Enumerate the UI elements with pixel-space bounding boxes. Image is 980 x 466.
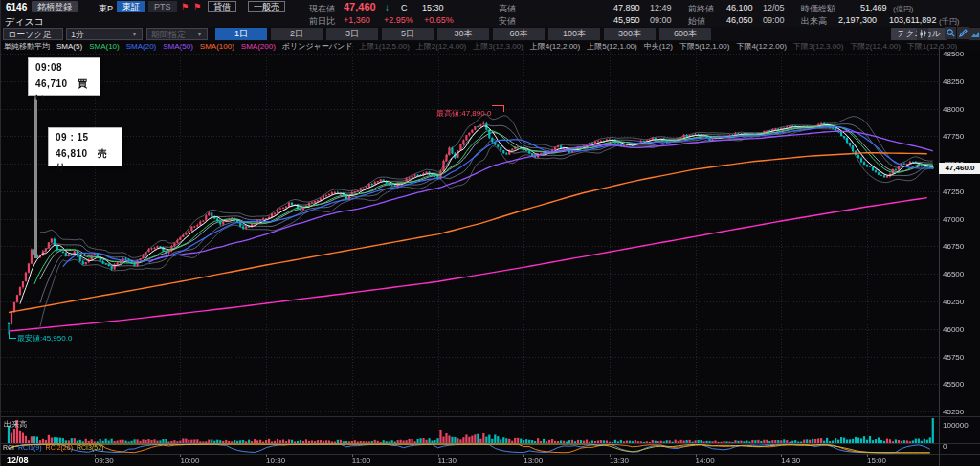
trading-app-window: 6146 銘柄登録 東P 東証 PTS ⚑ ⚑ 貸借 一般売 ディスコ 現在値 … (0, 0, 980, 466)
current-price-value: 47,460 (344, 1, 376, 12)
y-axis-label: 46250 (943, 298, 964, 306)
range-button-300本[interactable]: 300本 (604, 28, 656, 40)
sell-price-action: 46,810 売り (56, 147, 115, 174)
x-axis-label: 11:00 (352, 456, 370, 465)
volume-pane-title: 出来高 (4, 419, 27, 430)
turnover-value: 103,611,892 (889, 15, 936, 25)
prev-close-label: 前終値 (688, 3, 714, 15)
sell-time: 09 : 15 (56, 132, 115, 143)
area-chart-icon[interactable] (969, 28, 980, 40)
general-sell-button[interactable]: 一般売 (248, 1, 285, 12)
x-axis-label: 09:30 (95, 456, 114, 465)
change-value: +1,360 (344, 15, 370, 25)
y-axis-label: 47750 (943, 132, 964, 141)
rci-pane-labels: RCIRCI1(9)RCI2(26)RCI3(52) (3, 444, 103, 451)
low-value: 45,950 (613, 15, 640, 25)
range-button-group: 1日2日3日5日30本60本100本300本600本 (1, 28, 728, 40)
chart-toolbar: ローソク足▼ 1分▼ 期間指定▼ 1日2日3日5日30本60本100本300本6… (1, 27, 980, 41)
tick-direction-arrow: ↓ (385, 2, 390, 12)
range-button-2日[interactable]: 2日 (271, 28, 323, 40)
x-axis-label: 14:00 (696, 456, 715, 465)
open-time: 09:00 (763, 15, 785, 25)
register-stock-button[interactable]: 銘柄登録 (32, 1, 78, 12)
current-time: 15:30 (422, 3, 444, 12)
low-time: 09:00 (650, 15, 672, 25)
tab-tse[interactable]: 東証 (117, 1, 145, 12)
sell-annotation: 09 : 15 46,810 売り (48, 127, 122, 166)
date-label: 12/08 (7, 455, 29, 465)
y-axis-label: 48000 (943, 105, 964, 114)
y-axis-label: 45500 (943, 380, 964, 388)
high-label: 高値 (499, 3, 516, 15)
range-button-60本[interactable]: 60本 (493, 28, 545, 40)
change-percent-2: +0.65% (424, 15, 454, 25)
y-axis-label: 47000 (943, 215, 964, 224)
tab-pts[interactable]: PTS (148, 1, 177, 12)
session-high-mark: 最高値:47,890.0 (436, 105, 504, 119)
range-button-5日[interactable]: 5日 (382, 28, 434, 40)
range-button-600本[interactable]: 600本 (659, 28, 711, 40)
rci-label-RCI3(52): RCI3(52) (77, 444, 103, 451)
turnover-unit: (千円) (939, 16, 959, 27)
buy-price-action: 46,710 買い (35, 78, 93, 104)
range-button-30本[interactable]: 30本 (437, 28, 489, 40)
alert-bell-icon[interactable]: ⚑ (193, 2, 201, 11)
session-low-mark: 最安値:45,950.0 (9, 332, 72, 344)
market-cap-value: 51,469 (860, 3, 887, 12)
x-axis-label: 13:30 (610, 456, 629, 465)
open-value: 46,050 (726, 15, 753, 25)
y-axis-label: 48250 (943, 78, 964, 86)
y-axis-label: 46750 (943, 242, 964, 251)
buy-time: 09:08 (35, 62, 93, 73)
change-percent: +2.95% (384, 15, 413, 25)
x-axis-label: 15:00 (867, 456, 886, 465)
low-mark-pointer (9, 332, 16, 339)
market-cap-label: 時価総額 (801, 3, 835, 15)
y-axis-label: 48500 (943, 50, 964, 58)
x-axis-label: 10:30 (266, 456, 285, 465)
x-axis-label: 10:00 (180, 456, 199, 465)
current-price-tag: 47,460.0 (939, 163, 980, 174)
volume-value: 2,197,300 (838, 15, 877, 25)
volume-axis-min-label: 0 (943, 442, 947, 451)
prev-close-date: 12/05 (763, 3, 785, 12)
buy-annotation: 09:08 46,710 買い (28, 57, 100, 96)
y-axis-label: 45750 (943, 353, 964, 362)
high-mark-pointer (492, 105, 504, 112)
y-axis-label: 46500 (943, 270, 964, 278)
rci-label-RCI: RCI (3, 444, 14, 451)
market-cap-unit: (億円) (893, 4, 913, 14)
flag-icon[interactable]: ⚑ (181, 2, 189, 11)
candlestick-chart-icon[interactable] (917, 28, 928, 40)
stock-code: 6146 (6, 2, 27, 12)
close-flag: C (401, 3, 408, 12)
draw-pencil-icon[interactable] (957, 27, 969, 39)
range-button-100本[interactable]: 100本 (548, 28, 600, 40)
y-axis-label: 47250 (943, 188, 964, 196)
rci-label-RCI1(9): RCI1(9) (18, 444, 42, 451)
x-axis-label: 14:30 (781, 456, 800, 465)
x-axis-label: 13:00 (523, 456, 543, 465)
current-price-label: 現在値 (309, 3, 335, 15)
market-segment-label: 東P (99, 3, 113, 15)
buy-annotation-pointer-line (34, 94, 37, 258)
range-button-3日[interactable]: 3日 (326, 28, 378, 40)
rci-label-RCI2(26): RCI2(26) (46, 444, 73, 451)
margin-button[interactable]: 貸借 (208, 1, 236, 12)
quote-header: 6146 銘柄登録 東P 東証 PTS ⚑ ⚑ 貸借 一般売 ディスコ 現在値 … (1, 0, 980, 27)
prev-close-value: 46,100 (726, 3, 753, 12)
x-axis-label: 11:30 (438, 456, 457, 465)
zoom-magnifier-icon[interactable] (945, 27, 956, 39)
range-button-1日[interactable]: 1日 (215, 28, 267, 40)
high-value: 47,890 (613, 3, 640, 12)
y-axis-label: 45250 (943, 408, 964, 416)
y-axis-label: 46000 (943, 325, 964, 334)
volume-axis-max-label: 100000 (943, 421, 969, 430)
high-time: 12:49 (650, 3, 672, 12)
